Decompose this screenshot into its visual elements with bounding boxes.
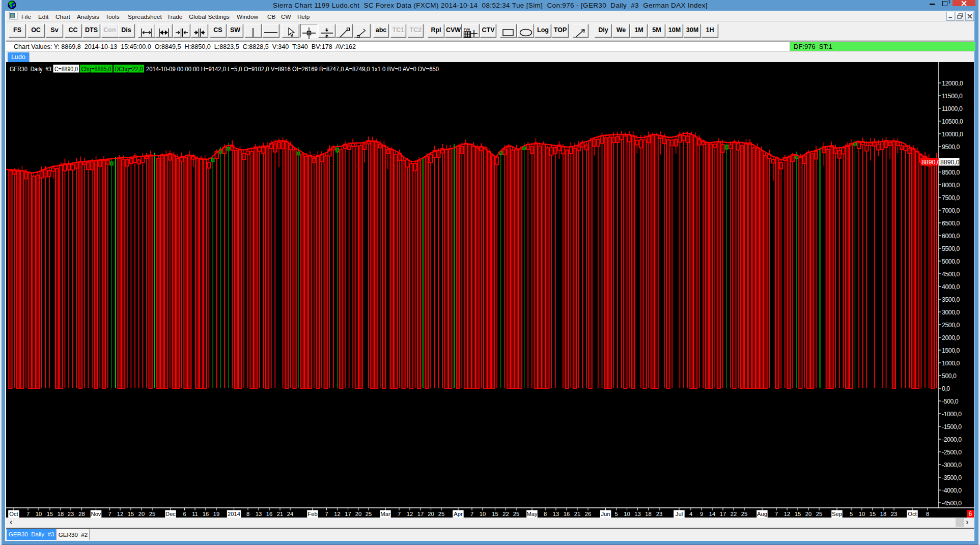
svg-text:16: 16	[203, 511, 209, 517]
svg-text:12000,0: 12000,0	[942, 80, 963, 87]
svg-text:7: 7	[775, 511, 778, 517]
svg-text:6000,0: 6000,0	[942, 233, 960, 240]
svg-text:8890,0: 8890,0	[921, 159, 941, 166]
svg-text:8: 8	[544, 511, 547, 517]
svg-text:4500,0: 4500,0	[942, 271, 960, 278]
svg-text:6: 6	[969, 510, 972, 518]
svg-text:4000,0: 4000,0	[942, 283, 960, 291]
svg-text:17: 17	[720, 511, 726, 517]
svg-text:19: 19	[213, 511, 219, 517]
svg-text:5: 5	[614, 511, 618, 517]
svg-text:2500,0: 2500,0	[942, 322, 960, 329]
svg-text:16: 16	[266, 511, 272, 517]
svg-text:17: 17	[345, 511, 351, 517]
svg-text:18: 18	[645, 511, 651, 517]
svg-text:9500,0: 9500,0	[942, 144, 960, 151]
svg-text:-4500,0: -4500,0	[942, 500, 962, 507]
svg-text:20: 20	[355, 511, 361, 517]
svg-text:-500,0: -500,0	[942, 398, 959, 405]
svg-text:0,0: 0,0	[942, 385, 950, 392]
svg-text:Nov: Nov	[91, 511, 101, 517]
svg-text:13: 13	[634, 511, 640, 517]
svg-text:7500,0: 7500,0	[942, 194, 960, 202]
svg-text:15: 15	[492, 511, 498, 517]
svg-text:-3000,0: -3000,0	[942, 462, 962, 469]
svg-text:25: 25	[149, 511, 155, 517]
svg-text:Dec: Dec	[165, 511, 176, 517]
svg-text:8: 8	[926, 511, 929, 517]
svg-text:25: 25	[816, 511, 822, 517]
svg-text:Oct: Oct	[9, 511, 18, 517]
svg-text:1500,0: 1500,0	[942, 347, 960, 354]
svg-text:TVW: TVW	[464, 28, 470, 31]
svg-text:5: 5	[850, 511, 853, 517]
svg-text:5500,0: 5500,0	[942, 245, 960, 252]
svg-text:7: 7	[470, 511, 473, 517]
svg-text:10000,0: 10000,0	[942, 131, 963, 138]
svg-text:4: 4	[689, 511, 692, 517]
svg-text:20: 20	[428, 511, 434, 517]
svg-text:2014-10-09 00:00:00 H=9142,0 L: 2014-10-09 00:00:00 H=9142,0 L=5,0 O=910…	[146, 66, 439, 73]
svg-text:6500,0: 6500,0	[942, 220, 960, 227]
svg-text:Jun: Jun	[601, 511, 610, 517]
svg-text:8890,0: 8890,0	[940, 159, 960, 166]
svg-text:25: 25	[438, 511, 444, 517]
svg-text:13: 13	[256, 511, 262, 517]
svg-text:21: 21	[574, 511, 580, 517]
svg-text:12: 12	[784, 511, 790, 517]
svg-text:12: 12	[407, 511, 413, 517]
svg-text:15: 15	[47, 511, 53, 517]
svg-text:20: 20	[805, 511, 811, 517]
svg-text:-3500,0: -3500,0	[942, 474, 962, 481]
svg-text:8500,0: 8500,0	[942, 169, 960, 176]
svg-text:22: 22	[731, 511, 737, 517]
svg-text:9: 9	[700, 511, 703, 517]
svg-text:2014: 2014	[228, 511, 240, 517]
svg-text:24: 24	[287, 511, 293, 517]
svg-text:-4000,0: -4000,0	[942, 487, 962, 494]
svg-text:11000,0: 11000,0	[942, 105, 963, 112]
svg-text:11: 11	[192, 511, 198, 517]
svg-text:25: 25	[741, 511, 747, 517]
svg-text:10: 10	[859, 511, 865, 517]
svg-text:18: 18	[58, 511, 64, 517]
svg-text:Aug: Aug	[757, 511, 767, 517]
svg-text:26: 26	[585, 511, 591, 517]
svg-text:7: 7	[398, 511, 401, 517]
svg-text:13: 13	[553, 511, 559, 517]
svg-text:7: 7	[325, 511, 328, 517]
svg-text:May: May	[526, 511, 538, 517]
svg-text:1000,0: 1000,0	[942, 360, 960, 367]
svg-text:8: 8	[246, 511, 249, 517]
svg-text:500,0: 500,0	[942, 372, 957, 380]
svg-text:10: 10	[480, 511, 486, 517]
svg-text:DChg=22,0: DChg=22,0	[115, 66, 143, 73]
svg-text:3500,0: 3500,0	[942, 296, 960, 303]
svg-text:18: 18	[880, 511, 886, 517]
svg-text:-2000,0: -2000,0	[942, 436, 962, 443]
svg-text:14: 14	[709, 511, 715, 517]
svg-text:10: 10	[624, 511, 630, 517]
svg-text:Feb: Feb	[307, 511, 317, 517]
svg-text:8000,0: 8000,0	[942, 182, 960, 189]
svg-text:5000,0: 5000,0	[942, 258, 960, 265]
svg-text:21: 21	[277, 511, 283, 517]
svg-text:GER30 Daily #3: GER30 Daily #3	[10, 66, 51, 73]
svg-text:Chg=8885,0: Chg=8885,0	[81, 66, 111, 73]
svg-text:10: 10	[36, 511, 42, 517]
svg-text:Oct: Oct	[908, 511, 917, 517]
svg-text:7000,0: 7000,0	[942, 207, 960, 214]
svg-text:23: 23	[68, 511, 74, 517]
svg-text:28: 28	[78, 511, 85, 517]
svg-text:10500,0: 10500,0	[942, 118, 963, 125]
svg-text:25: 25	[366, 511, 372, 517]
svg-text:6: 6	[183, 511, 186, 517]
svg-text:15: 15	[795, 511, 801, 517]
svg-text:2000,0: 2000,0	[942, 334, 960, 341]
svg-text:25: 25	[513, 511, 519, 517]
svg-text:22: 22	[502, 511, 509, 517]
svg-text:23: 23	[656, 511, 662, 517]
svg-text:-2500,0: -2500,0	[942, 449, 962, 456]
svg-text:Jul: Jul	[676, 511, 683, 517]
svg-text:-1000,0: -1000,0	[942, 411, 962, 418]
